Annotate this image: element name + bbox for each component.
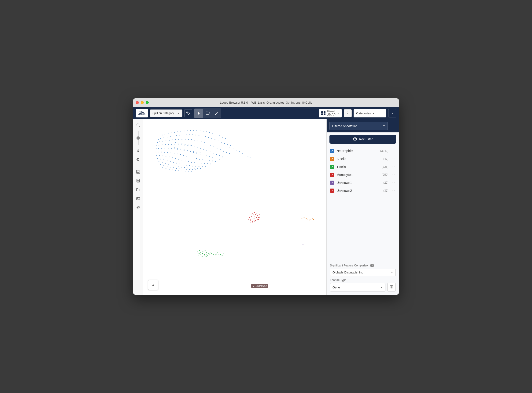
brush-tool[interactable]	[212, 109, 221, 118]
svg-rect-28	[181, 131, 181, 132]
settings-button[interactable]	[134, 203, 142, 211]
svg-rect-110	[216, 154, 217, 155]
svg-point-301	[199, 250, 200, 251]
neutrophils-count: (3343)	[380, 149, 388, 152]
umap-filter-label: Filtered	[327, 110, 336, 113]
svg-rect-151	[209, 160, 210, 161]
minimize-button[interactable]	[141, 101, 144, 104]
svg-rect-217	[172, 170, 173, 170]
fit-view-button[interactable]	[134, 168, 142, 176]
svg-rect-46	[167, 137, 167, 138]
svg-rect-180	[183, 164, 183, 165]
unknown1-checkbox[interactable]	[330, 181, 334, 185]
main-toolbar: 10x GENOMICS Split on Category... ▼	[133, 107, 399, 119]
svg-point-248	[251, 216, 252, 217]
tcells-checkbox[interactable]	[330, 165, 334, 169]
gene-dropdown[interactable]: Gene ▼	[330, 283, 385, 291]
svg-rect-190	[165, 163, 166, 164]
panel-header: Filtered Annotation ▼ ⋮	[327, 119, 399, 133]
cluster-item-neutrophils[interactable]: Neutrophils (3343) ···	[327, 147, 399, 155]
svg-rect-230	[248, 156, 248, 157]
cluster-item-unknown1[interactable]: Unknown1 (22) ···	[327, 179, 399, 187]
folder-button[interactable]	[134, 186, 142, 193]
nav-forward-button[interactable]: ›	[388, 109, 396, 118]
cluster-item-bcells[interactable]: B cells (47) ···	[327, 155, 399, 163]
cluster-item-monocytes[interactable]: Monocytes (250) ···	[327, 171, 399, 179]
svg-rect-154	[156, 155, 157, 156]
svg-point-297	[206, 256, 206, 257]
bcells-checkbox[interactable]	[330, 157, 334, 161]
svg-point-317	[355, 140, 356, 141]
recluster-button[interactable]: Recluster	[329, 135, 396, 144]
svg-rect-101	[187, 145, 188, 146]
save-button[interactable]	[134, 177, 142, 185]
svg-rect-95	[168, 144, 169, 145]
logo-genomics: GENOMICS	[138, 114, 146, 116]
svg-rect-216	[169, 169, 170, 170]
svg-rect-155	[159, 155, 160, 156]
annotation-dropdown[interactable]: Filtered Annotation ▼	[329, 122, 388, 130]
svg-rect-137	[164, 152, 165, 152]
svg-rect-169	[204, 163, 205, 164]
neutrophils-menu[interactable]: ···	[391, 149, 396, 153]
svg-rect-209	[183, 169, 183, 170]
rect-select-tool[interactable]	[203, 109, 212, 118]
unknown2-checkbox[interactable]	[330, 189, 334, 193]
canvas-area[interactable]: // Generated inline via template	[143, 119, 326, 295]
svg-rect-52	[186, 134, 187, 135]
svg-rect-78	[191, 139, 192, 140]
split-category-dropdown[interactable]: Split on Category... ▼	[150, 109, 182, 117]
globally-distinguishing-dropdown[interactable]: Globally Distinguishing ▼	[330, 269, 396, 276]
panel-menu-button[interactable]: ⋮	[390, 123, 396, 129]
camera-button[interactable]	[134, 194, 142, 202]
umap-menu-button[interactable]: ⋮	[344, 109, 352, 117]
zoom-in-button[interactable]	[134, 121, 142, 129]
monocytes-name: Monocytes	[336, 173, 380, 177]
svg-rect-202	[161, 164, 161, 165]
cluster-item-unknown2[interactable]: Unknown2 (31) ···	[327, 187, 399, 195]
select-tool[interactable]	[194, 109, 203, 118]
maximize-button[interactable]	[146, 101, 149, 104]
svg-rect-170	[207, 163, 208, 164]
svg-point-264	[249, 217, 250, 218]
neutrophils-checkbox[interactable]	[330, 149, 334, 153]
feature-type-label-text: Feature Type	[330, 278, 396, 282]
bcells-menu[interactable]: ···	[391, 157, 396, 161]
point-tool-button[interactable]	[134, 147, 142, 155]
svg-point-286	[201, 252, 201, 253]
unknown1-menu[interactable]: ···	[391, 181, 396, 185]
svg-point-7	[138, 150, 138, 151]
svg-rect-76	[185, 139, 186, 140]
collapse-button[interactable]: ∧	[148, 280, 158, 290]
tcells-menu[interactable]: ···	[391, 165, 396, 169]
close-button[interactable]	[136, 101, 139, 104]
svg-rect-185	[199, 166, 199, 167]
svg-point-250	[255, 216, 256, 217]
umap-labels: Filtered UMAP	[327, 110, 336, 116]
right-panel: Filtered Annotation ▼ ⋮ Recluster	[326, 119, 399, 295]
cluster-item-tcells[interactable]: T cells (326) ···	[327, 163, 399, 171]
monocytes-menu[interactable]: ···	[391, 173, 396, 177]
help-icon[interactable]: ?	[370, 264, 374, 267]
svg-rect-82	[204, 142, 205, 143]
tag-button[interactable]	[184, 109, 192, 117]
calculate-button[interactable]	[387, 283, 396, 291]
unknown2-menu[interactable]: ···	[391, 189, 396, 193]
svg-rect-157	[166, 156, 166, 157]
zoom-out-button[interactable]	[134, 156, 142, 164]
svg-point-257	[258, 217, 259, 218]
svg-rect-145	[190, 157, 190, 157]
svg-point-263	[248, 219, 249, 220]
svg-point-274	[255, 221, 256, 222]
zoom-slider-thumb[interactable]	[136, 136, 140, 140]
svg-rect-225	[233, 148, 233, 149]
monocytes-checkbox[interactable]	[330, 173, 334, 177]
svg-rect-198	[191, 168, 191, 169]
svg-rect-103	[194, 146, 195, 147]
neutrophils-name: Neutrophils	[336, 149, 378, 153]
svg-rect-113	[156, 148, 157, 149]
umap-selector[interactable]: Filtered UMAP ▼	[319, 109, 342, 118]
svg-point-266	[252, 213, 253, 214]
categories-dropdown[interactable]: Categories ▼	[354, 109, 386, 118]
categories-label: Categories	[356, 112, 371, 115]
